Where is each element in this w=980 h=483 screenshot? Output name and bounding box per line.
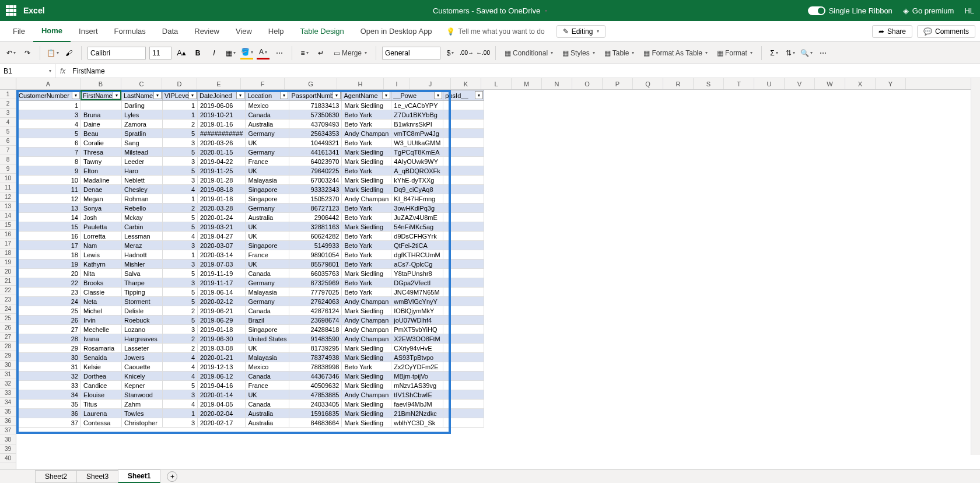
table-row[interactable]: 11DenaeChesley42019-08-18Singapore933323… bbox=[17, 185, 484, 194]
table-cell[interactable]: Neta bbox=[81, 297, 122, 306]
table-cell[interactable]: 1 bbox=[163, 110, 198, 120]
conditional-formatting-button[interactable]: ▦Conditional▾ bbox=[502, 47, 556, 59]
table-cell[interactable]: Andy Champan bbox=[342, 316, 391, 325]
table-cell[interactable] bbox=[443, 138, 484, 148]
row-header[interactable]: 14 bbox=[0, 211, 16, 220]
table-cell[interactable]: 71833413 bbox=[289, 101, 342, 110]
single-line-ribbon-toggle[interactable]: Single Line Ribbon bbox=[808, 6, 892, 15]
table-cell[interactable]: Titus bbox=[81, 400, 122, 409]
table-row[interactable]: 9EltonHaro52019-11-25UK79640225Beto Yark… bbox=[17, 166, 484, 176]
table-cell[interactable]: W3_UUtkaGMM bbox=[391, 138, 443, 148]
column-header[interactable]: R bbox=[663, 78, 694, 89]
table-cell[interactable]: 5 bbox=[17, 129, 81, 138]
table-cell[interactable]: 44161341 bbox=[289, 148, 342, 157]
row-header[interactable]: 20 bbox=[0, 267, 16, 276]
table-header-cell[interactable]: VIPLevel▾ bbox=[163, 90, 198, 101]
table-cell[interactable]: 24033405 bbox=[289, 400, 342, 409]
table-cell[interactable]: Mark Siedling bbox=[342, 418, 391, 428]
table-cell[interactable]: Brooks bbox=[81, 278, 122, 288]
table-cell[interactable]: 5 bbox=[163, 297, 198, 306]
table-cell[interactable]: 18 bbox=[17, 250, 81, 260]
table-cell[interactable]: 66035763 bbox=[289, 269, 342, 278]
table-cell[interactable]: Mark Siedling bbox=[342, 381, 391, 390]
table-cell[interactable]: Salva bbox=[122, 269, 163, 278]
table-cell[interactable]: Meraz bbox=[122, 241, 163, 250]
table-cell[interactable]: France bbox=[246, 157, 289, 166]
table-cell[interactable] bbox=[443, 148, 484, 157]
table-cell[interactable]: Lessman bbox=[122, 232, 163, 241]
table-cell[interactable]: 2020-01-24 bbox=[198, 213, 246, 222]
table-cell[interactable]: IOBlQjymMkY bbox=[391, 306, 443, 316]
table-cell[interactable]: Germany bbox=[246, 148, 289, 157]
table-cell[interactable]: Tipping bbox=[122, 288, 163, 297]
sort-filter-button[interactable]: ⇅▾ bbox=[784, 47, 797, 60]
table-cell[interactable]: CXriy94vHvE bbox=[391, 344, 443, 353]
column-header[interactable]: Y bbox=[876, 78, 906, 89]
redo-button[interactable]: ↷ bbox=[21, 47, 34, 60]
table-cell[interactable]: 3 bbox=[163, 157, 198, 166]
table-cell[interactable]: Canada bbox=[246, 400, 289, 409]
table-cell[interactable]: 17 bbox=[17, 241, 81, 250]
select-all-corner[interactable] bbox=[0, 78, 16, 89]
row-header[interactable]: 25 bbox=[0, 314, 16, 323]
table-cell[interactable]: 2019-04-27 bbox=[198, 232, 246, 241]
table-cell[interactable]: 12 bbox=[17, 194, 81, 204]
user-avatar[interactable]: HL bbox=[964, 6, 974, 15]
table-cell[interactable]: Megan bbox=[81, 194, 122, 204]
table-cell[interactable] bbox=[443, 400, 484, 409]
go-premium-button[interactable]: ◈Go premium bbox=[903, 6, 954, 15]
table-cell[interactable]: Beto Yark bbox=[342, 278, 391, 288]
table-cell[interactable]: vmTC8mPw4Jg bbox=[391, 129, 443, 138]
table-cell[interactable]: 4 bbox=[163, 362, 198, 372]
table-cell[interactable]: Malayasia bbox=[246, 176, 289, 185]
table-cell[interactable]: Classie bbox=[81, 288, 122, 297]
table-cell[interactable]: 15 bbox=[17, 222, 81, 232]
table-cell[interactable]: 4 bbox=[163, 232, 198, 241]
table-cell[interactable]: United States bbox=[246, 334, 289, 344]
row-header[interactable]: 11 bbox=[0, 183, 16, 192]
row-header[interactable]: 23 bbox=[0, 295, 16, 304]
row-header[interactable]: 28 bbox=[0, 342, 16, 351]
filter-dropdown-icon[interactable]: ▾ bbox=[280, 91, 288, 99]
table-cell[interactable] bbox=[443, 362, 484, 372]
table-cell[interactable] bbox=[443, 288, 484, 297]
table-cell[interactable]: Mark Siedling bbox=[342, 409, 391, 418]
table-cell[interactable]: 77797025 bbox=[289, 288, 342, 297]
table-cell[interactable]: 5 bbox=[163, 316, 198, 325]
table-cell[interactable]: Beau bbox=[81, 129, 122, 138]
table-header-cell[interactable]: __Powe▾ bbox=[391, 90, 443, 101]
table-cell[interactable]: Denae bbox=[81, 185, 122, 194]
table-cell[interactable]: Beto Yark bbox=[342, 260, 391, 269]
filter-dropdown-icon[interactable]: ▾ bbox=[475, 91, 483, 99]
table-cell[interactable]: 57350630 bbox=[289, 110, 342, 120]
row-header[interactable]: 27 bbox=[0, 332, 16, 342]
table-cell[interactable]: Jowers bbox=[122, 353, 163, 362]
table-cell[interactable]: Beto Yark bbox=[342, 213, 391, 222]
table-cell[interactable]: 2019-06-06 bbox=[198, 101, 246, 110]
table-cell[interactable]: 78838998 bbox=[289, 362, 342, 372]
table-cell[interactable]: Mexico bbox=[246, 362, 289, 372]
table-cell[interactable] bbox=[81, 101, 122, 110]
table-cell[interactable]: Germany bbox=[246, 278, 289, 288]
filter-dropdown-icon[interactable]: ▾ bbox=[236, 91, 244, 99]
table-cell[interactable]: Contessa bbox=[81, 418, 122, 428]
column-header[interactable]: V bbox=[785, 78, 815, 89]
table-cell[interactable]: UK bbox=[246, 260, 289, 269]
table-cell[interactable]: Beto Yark bbox=[342, 232, 391, 241]
increase-font-button[interactable]: A▴ bbox=[175, 47, 188, 60]
table-cell[interactable]: Hadnott bbox=[122, 250, 163, 260]
table-cell[interactable]: 28 bbox=[17, 334, 81, 344]
table-cell[interactable]: Canada bbox=[246, 306, 289, 316]
table-header-cell[interactable]: ppsId__▾ bbox=[443, 90, 484, 101]
table-cell[interactable]: Stanwood bbox=[122, 390, 163, 400]
borders-button[interactable]: ▦▾ bbox=[224, 47, 237, 60]
table-cell[interactable]: 2019-06-30 bbox=[198, 334, 246, 344]
table-cell[interactable]: Beto Yark bbox=[342, 241, 391, 250]
table-cell[interactable]: 19 bbox=[17, 260, 81, 269]
table-cell[interactable]: 4 bbox=[17, 120, 81, 129]
table-header-cell[interactable]: PassportNumber▾ bbox=[289, 90, 342, 101]
table-cell[interactable]: Storment bbox=[122, 297, 163, 306]
table-cell[interactable] bbox=[443, 297, 484, 306]
table-cell[interactable]: Singapore bbox=[246, 241, 289, 250]
table-cell[interactable]: mNzv1AS39vg bbox=[391, 381, 443, 390]
